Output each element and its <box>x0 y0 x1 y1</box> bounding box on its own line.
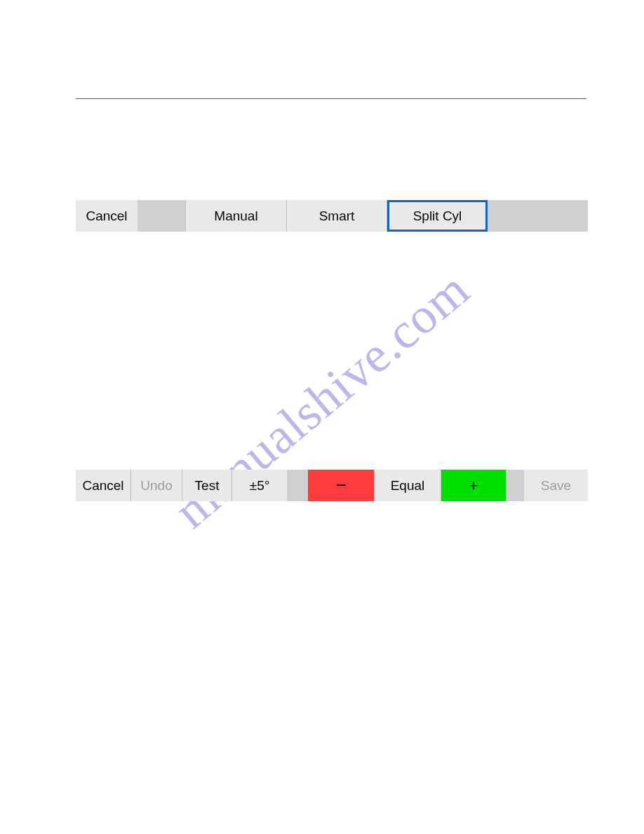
top-gap-2 <box>488 200 588 232</box>
plus-minus-5-label: ±5° <box>250 478 270 494</box>
equal-button[interactable]: Equal <box>375 470 441 501</box>
action-toolbar: Cancel Undo Test ±5° − Equal + Save <box>76 470 588 501</box>
save-label: Save <box>541 478 571 494</box>
test-button[interactable]: Test <box>182 470 232 501</box>
plus-label: + <box>469 477 478 495</box>
minus-button[interactable]: − <box>308 470 374 501</box>
mode-toolbar: Cancel Manual Smart Split Cyl <box>76 200 588 232</box>
plus-button[interactable]: + <box>441 470 506 501</box>
split-cyl-button[interactable]: Split Cyl <box>387 200 488 232</box>
save-button[interactable]: Save <box>524 470 588 501</box>
split-cyl-label: Split Cyl <box>413 208 462 224</box>
top-gap-1 <box>137 200 185 232</box>
smart-label: Smart <box>319 208 355 224</box>
cancel-label: Cancel <box>86 208 127 224</box>
bottom-gap-2 <box>506 470 524 501</box>
plus-minus-5-button[interactable]: ±5° <box>232 470 287 501</box>
test-label: Test <box>195 478 220 494</box>
undo-label: Undo <box>140 478 172 494</box>
cancel-button[interactable]: Cancel <box>76 200 137 232</box>
header-divider <box>76 98 586 99</box>
minus-label: − <box>335 475 346 496</box>
manual-button[interactable]: Manual <box>186 200 286 232</box>
equal-label: Equal <box>391 478 425 494</box>
manual-label: Manual <box>214 208 257 224</box>
cancel-label: Cancel <box>82 478 123 494</box>
smart-button[interactable]: Smart <box>287 200 387 232</box>
bottom-gap-1 <box>287 470 308 501</box>
cancel-button[interactable]: Cancel <box>76 470 130 501</box>
undo-button[interactable]: Undo <box>131 470 182 501</box>
